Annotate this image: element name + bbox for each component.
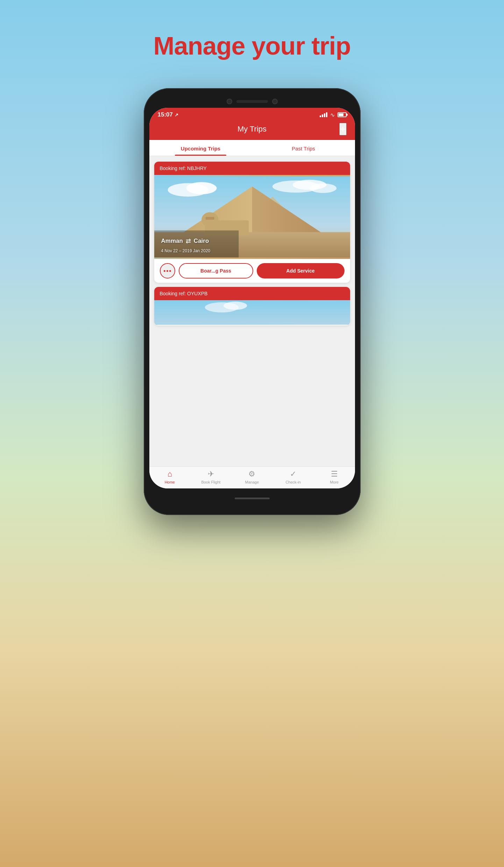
nav-home[interactable]: ⌂ Home (149, 470, 191, 484)
phone-speaker (236, 100, 268, 103)
trip-card-2: Booking ref: OYUXPB (154, 287, 350, 325)
manage-icon: ⚙ (248, 470, 255, 479)
flight-route: Amman ⇄ Cairo (161, 237, 209, 245)
nav-manage[interactable]: ⚙ Manage (232, 470, 273, 484)
origin-city: Amman (161, 238, 183, 245)
add-trip-button[interactable]: + (339, 123, 346, 135)
flight-dates: 4 Nov 22 – 2019 Jan 2020 (161, 248, 211, 253)
booking-ref-1: Booking ref: NBJHRY (160, 165, 207, 171)
destination-city: Cairo (194, 238, 209, 245)
card-header-1: Booking ref: NBJHRY (154, 162, 350, 175)
booking-ref-2: Booking ref: OYUXPB (160, 291, 208, 296)
tab-upcoming-trips[interactable]: Upcoming Trips (149, 140, 252, 156)
phone-screen: 15:07 ↗ ∿ My Trips + U (149, 108, 355, 488)
phone-mockup: 15:07 ↗ ∿ My Trips + U (144, 88, 361, 515)
boarding-pass-button[interactable]: Boar...g Pass (179, 263, 253, 279)
battery-icon (338, 112, 347, 117)
card-actions-1: Boar...g Pass Add Service (154, 259, 350, 283)
nav-checkin[interactable]: ✓ Check-in (272, 470, 314, 484)
pyramid-svg (154, 175, 350, 259)
checkin-icon: ✓ (290, 470, 296, 479)
content-area: Booking ref: NBJHRY (149, 156, 355, 466)
trip-image-2 (154, 300, 350, 325)
nav-book-flight[interactable]: ✈ Book Flight (190, 470, 232, 484)
home-indicator (235, 498, 270, 499)
header-title: My Trips (237, 125, 267, 134)
add-service-button[interactable]: Add Service (257, 263, 345, 279)
nav-checkin-label: Check-in (285, 480, 300, 484)
wifi-icon: ∿ (330, 112, 335, 118)
status-time: 15:07 ↗ (158, 111, 178, 118)
more-options-button[interactable] (160, 263, 175, 279)
trip-card-1: Booking ref: NBJHRY (154, 162, 350, 283)
trip-image-1: Amman ⇄ Cairo 4 Nov 22 – 2019 Jan 2020 (154, 175, 350, 259)
bottom-nav: ⌂ Home ✈ Book Flight ⚙ Manage ✓ Check-in… (149, 466, 355, 488)
nav-more[interactable]: ☰ More (314, 470, 355, 484)
signal-bar-3 (324, 113, 325, 117)
flight-icon: ✈ (208, 470, 214, 479)
phone-bottom (149, 488, 355, 508)
signal-bar-1 (320, 115, 321, 117)
nav-more-label: More (330, 480, 339, 484)
page-title: Manage your trip (153, 31, 350, 60)
app-header: My Trips + (149, 120, 355, 140)
signal-icon (320, 112, 327, 117)
signal-bar-2 (322, 114, 323, 117)
svg-rect-12 (205, 217, 214, 220)
signal-bar-4 (326, 112, 327, 117)
nav-home-label: Home (165, 480, 175, 484)
tab-past-trips[interactable]: Past Trips (252, 140, 355, 156)
status-bar: 15:07 ↗ ∿ (149, 108, 355, 120)
phone-camera-2 (272, 99, 278, 104)
phone-top-hardware (149, 94, 355, 108)
more-icon: ☰ (331, 470, 338, 479)
battery-fill (339, 113, 343, 116)
nav-book-flight-label: Book Flight (201, 480, 220, 484)
svg-rect-14 (154, 301, 350, 324)
dots-icon (164, 270, 171, 272)
tab-bar: Upcoming Trips Past Trips (149, 140, 355, 156)
route-arrow-icon: ⇄ (186, 237, 191, 245)
status-icons: ∿ (320, 112, 347, 118)
partial-image-svg (154, 300, 350, 325)
location-icon: ↗ (175, 112, 178, 118)
card-header-2: Booking ref: OYUXPB (154, 287, 350, 300)
home-icon: ⌂ (168, 470, 172, 479)
svg-point-16 (223, 302, 247, 310)
nav-manage-label: Manage (245, 480, 259, 484)
svg-point-2 (186, 182, 216, 195)
svg-point-5 (310, 183, 336, 193)
phone-camera (227, 99, 232, 104)
